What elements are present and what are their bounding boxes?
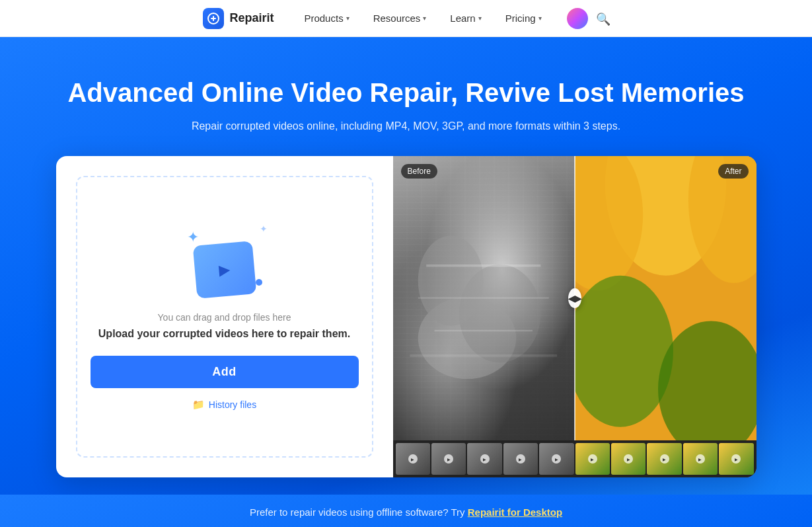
dot-icon — [256, 279, 262, 286]
learn-label: Learn — [450, 13, 475, 24]
sparkle-icon: ✦ — [260, 223, 268, 234]
main-card: ✦ ✦ You can drag and drop files here Upl… — [56, 156, 757, 477]
divider-handle[interactable]: ◀▶ — [568, 288, 581, 308]
film-thumb-10: ▶ — [719, 443, 753, 475]
hero-title: Advanced Online Video Repair, Revive Los… — [67, 77, 744, 108]
logo-icon — [203, 8, 224, 29]
film-thumb-9: ▶ — [683, 443, 718, 475]
user-avatar[interactable] — [567, 8, 588, 29]
navbar: Repairit Products ▾ Resources ▾ Learn ▾ … — [0, 0, 812, 37]
hero-subtitle: Repair corrupted videos online, includin… — [192, 120, 620, 132]
upload-illustration: ✦ ✦ — [182, 223, 268, 296]
play-icon-5: ▶ — [552, 454, 561, 464]
play-icon-6: ▶ — [588, 454, 597, 464]
learn-chevron-icon: ▾ — [478, 15, 482, 22]
play-icon-8: ▶ — [660, 454, 669, 464]
film-thumb-1: ▶ — [396, 443, 430, 475]
search-icon[interactable]: 🔍 — [596, 12, 609, 25]
play-icon-2: ▶ — [444, 454, 453, 464]
before-butterfly-svg — [402, 184, 566, 426]
before-badge: Before — [401, 164, 437, 179]
nav-products[interactable]: Products ▾ — [295, 9, 358, 28]
logo-text: Repairit — [229, 11, 274, 25]
footer-text: Prefer to repair videos using offline so… — [250, 507, 468, 518]
play-icon-9: ▶ — [696, 454, 705, 464]
svg-rect-6 — [435, 330, 533, 331]
preview-before: Before — [393, 156, 575, 440]
svg-rect-5 — [418, 297, 549, 298]
pricing-label: Pricing — [505, 13, 536, 24]
logo[interactable]: Repairit — [203, 8, 274, 29]
preview-after: After — [575, 156, 757, 440]
film-thumb-7: ▶ — [611, 443, 646, 475]
play-icon-4: ▶ — [516, 454, 525, 464]
upload-instruction: Upload your corrupted videos here to rep… — [98, 328, 350, 340]
preview-divider: ◀▶ — [574, 156, 575, 440]
svg-rect-4 — [426, 264, 540, 267]
film-thumb-3: ▶ — [467, 443, 501, 475]
film-thumb-8: ▶ — [647, 443, 681, 475]
history-icon: 📁 — [192, 399, 205, 411]
nav-learn[interactable]: Learn ▾ — [441, 9, 490, 28]
film-thumb-4: ▶ — [503, 443, 538, 475]
film-thumb-2: ▶ — [431, 443, 466, 475]
film-thumb-6: ▶ — [575, 443, 610, 475]
after-badge: After — [718, 164, 748, 179]
upload-dropzone[interactable]: ✦ ✦ You can drag and drop files here Upl… — [76, 176, 373, 458]
history-files-link[interactable]: 📁 History files — [192, 399, 256, 411]
play-icon-10: ▶ — [731, 454, 741, 464]
resources-chevron-icon: ▾ — [423, 15, 426, 22]
products-chevron-icon: ▾ — [346, 15, 350, 22]
desktop-link[interactable]: Repairit for Desktop — [468, 507, 562, 518]
after-bg-gradient — [575, 156, 757, 440]
play-icon-3: ▶ — [480, 454, 490, 464]
hero-section: Advanced Online Video Repair, Revive Los… — [0, 37, 812, 527]
preview-panel: Before — [393, 156, 757, 477]
preview-main: Before — [393, 156, 757, 440]
play-icon-7: ▶ — [624, 454, 633, 464]
products-label: Products — [304, 13, 343, 24]
footer-bar: Prefer to repair videos using offline so… — [0, 495, 812, 527]
video-file-icon — [192, 241, 256, 299]
history-label: History files — [209, 399, 256, 410]
lily-svg — [575, 156, 757, 440]
nav-resources[interactable]: Resources ▾ — [364, 9, 436, 28]
svg-rect-7 — [410, 354, 558, 357]
drag-drop-text: You can drag and drop files here — [158, 312, 291, 323]
upload-panel: ✦ ✦ You can drag and drop files here Upl… — [56, 156, 393, 477]
svg-point-3 — [418, 236, 484, 326]
filmstrip: ▶ ▶ ▶ ▶ ▶ ▶ ▶ ▶ ▶ ▶ — [393, 440, 757, 477]
add-button[interactable]: Add — [91, 356, 359, 388]
film-thumb-5: ▶ — [539, 443, 573, 475]
play-icon-1: ▶ — [408, 454, 418, 464]
star-icon: ✦ — [187, 229, 199, 246]
pricing-chevron-icon: ▾ — [538, 15, 542, 22]
nav-pricing[interactable]: Pricing ▾ — [496, 9, 551, 28]
resources-label: Resources — [373, 13, 421, 24]
